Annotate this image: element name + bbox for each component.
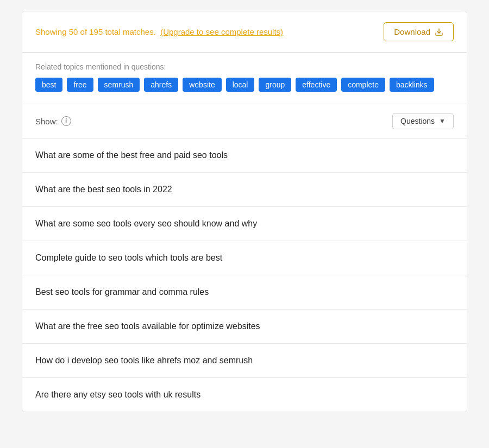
topic-tag[interactable]: ahrefs [144, 78, 178, 92]
related-label: Related topics mentioned in questions: [35, 62, 454, 71]
topic-tag[interactable]: free [67, 78, 93, 92]
topic-tag[interactable]: effective [296, 78, 337, 92]
header-section: Showing 50 of 195 total matches. (Upgrad… [22, 11, 467, 53]
matches-text: Showing 50 of 195 total matches. (Upgrad… [35, 27, 283, 36]
topic-tag[interactable]: website [183, 78, 221, 92]
results-list: What are some of the best free and paid … [22, 138, 467, 412]
result-item[interactable]: What are some of the best free and paid … [22, 138, 467, 173]
result-item[interactable]: Are there any etsy seo tools with uk res… [22, 378, 467, 412]
chevron-down-icon: ▼ [439, 117, 446, 125]
result-item[interactable]: Best seo tools for grammar and comma rul… [22, 275, 467, 310]
download-icon [435, 28, 443, 36]
show-text: Show: [35, 117, 58, 126]
related-topics-section: Related topics mentioned in questions: b… [22, 53, 467, 104]
topic-tag[interactable]: local [226, 78, 255, 92]
upgrade-link[interactable]: (Upgrade to see complete results) [160, 27, 283, 36]
topic-tag[interactable]: complete [341, 78, 385, 92]
tags-container: bestfreesemrushahrefswebsitelocalgroupef… [35, 78, 454, 92]
show-bar: Show: i Questions ▼ [22, 104, 467, 138]
result-item[interactable]: How do i develop seo tools like ahrefs m… [22, 344, 467, 378]
topic-tag[interactable]: best [35, 78, 62, 92]
dropdown-label: Questions [400, 117, 435, 125]
questions-dropdown[interactable]: Questions ▼ [392, 113, 454, 129]
topic-tag[interactable]: semrush [98, 78, 140, 92]
download-button[interactable]: Download [384, 22, 454, 41]
topic-tag[interactable]: backlinks [390, 78, 434, 92]
main-container: Showing 50 of 195 total matches. (Upgrad… [22, 11, 467, 412]
download-label: Download [394, 27, 430, 36]
topic-tag[interactable]: group [259, 78, 291, 92]
result-item[interactable]: What are the free seo tools available fo… [22, 310, 467, 344]
info-icon[interactable]: i [61, 116, 71, 126]
result-item[interactable]: Complete guide to seo tools which tools … [22, 241, 467, 275]
show-label: Show: i [35, 116, 71, 126]
result-item[interactable]: What are the best seo tools in 2022 [22, 173, 467, 207]
matches-count: Showing 50 of 195 total matches. [35, 27, 156, 36]
result-item[interactable]: What are some seo tools every seo should… [22, 207, 467, 241]
